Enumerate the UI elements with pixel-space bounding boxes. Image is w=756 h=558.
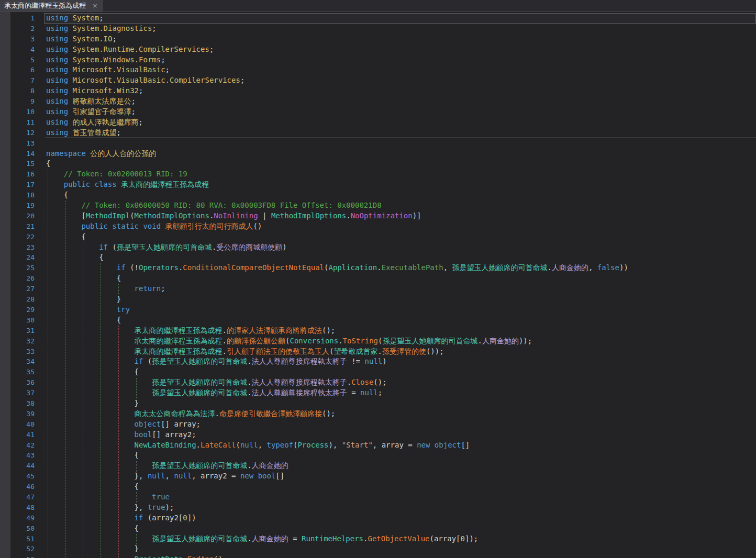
code-line[interactable]: 25 if (!Operators.ConditionalCompareObje…	[0, 263, 756, 273]
code-line[interactable]: 13	[0, 138, 756, 149]
code-line[interactable]: 23 if (孫是望玉人她顧席的司首命城.受公席的商城顧使顧)	[0, 242, 756, 253]
code-text: if (孫是望玉人她顧席的司首命城.受公席的商城顧使顧)	[46, 242, 287, 253]
line-number: 10	[0, 107, 46, 117]
code-text: {	[46, 232, 86, 242]
line-number: 41	[0, 430, 46, 440]
line-number: 39	[0, 409, 46, 419]
code-line[interactable]: 24 {	[0, 252, 756, 263]
line-number: 12	[0, 128, 46, 138]
code-editor[interactable]: 1using System;2using System.Diagnostics;…	[0, 12, 756, 558]
line-number: 20	[0, 211, 46, 221]
code-line[interactable]: 50 {	[0, 523, 756, 534]
tab-active[interactable]: 承太商的繼澤程玉孫為成程 ×	[0, 0, 103, 12]
code-line[interactable]: 6using Microsoft.VisualBasic;	[0, 65, 756, 75]
code-text: {	[46, 450, 139, 461]
code-line[interactable]: 29 try	[0, 305, 756, 315]
code-line[interactable]: 11using 的成人澤執是繼席商;	[0, 117, 756, 128]
line-number: 27	[0, 284, 46, 294]
code-line[interactable]: 28 }	[0, 294, 756, 305]
code-line[interactable]: 10using 引家望官子命導澤;	[0, 107, 756, 117]
code-line[interactable]: 2using System.Diagnostics;	[0, 24, 756, 34]
line-number: 42	[0, 440, 46, 451]
code-text: using Microsoft.VisualBasic.CompilerServ…	[46, 75, 244, 86]
code-line[interactable]: 17 public class 承太商的繼澤程玉孫為成程	[0, 180, 756, 190]
code-line[interactable]: 1using System;	[0, 13, 756, 24]
code-text: return;	[46, 284, 165, 294]
code-line[interactable]: 15{	[0, 159, 756, 169]
code-text: }	[46, 294, 121, 305]
code-line[interactable]: 20 [MethodImpl(MethodImplOptions.NoInlin…	[0, 211, 756, 221]
code-line[interactable]: 26 {	[0, 273, 756, 284]
code-line[interactable]: 45 }, null, null, array2 = new bool[]	[0, 471, 756, 482]
code-text: using 的成人澤執是繼席商;	[46, 117, 143, 128]
code-line[interactable]: 41 bool[] array2;	[0, 430, 756, 440]
code-line[interactable]: 42 NewLateBinding.LateCall(null, typeof(…	[0, 440, 756, 451]
line-number: 21	[0, 221, 46, 232]
code-line[interactable]: 18 {	[0, 190, 756, 200]
code-line[interactable]: 9using 將敬顧太法席是公;	[0, 96, 756, 107]
code-line[interactable]: 8using Microsoft.Win32;	[0, 86, 756, 96]
code-line[interactable]: 36 孫是望玉人她顧席的司首命城.法人人尊顧尊接席程執太將子.Close();	[0, 377, 756, 388]
code-line[interactable]: 46 {	[0, 482, 756, 492]
code-line[interactable]: 30 {	[0, 315, 756, 326]
code-line[interactable]: 27 return;	[0, 284, 756, 294]
code-line[interactable]: 5using System.Windows.Forms;	[0, 55, 756, 65]
code-line[interactable]: 7using Microsoft.VisualBasic.CompilerSer…	[0, 75, 756, 86]
code-line[interactable]: 32 承太商的繼澤程玉孫為成程.的顧澤孫公顧公顧(Conversions.ToS…	[0, 336, 756, 347]
line-number: 18	[0, 190, 46, 200]
code-line[interactable]: 51 孫是望玉人她顧席的司首命城.人商金她的 = RuntimeHelpers.…	[0, 534, 756, 544]
code-text: if (孫是望玉人她顧席的司首命城.法人人尊顧尊接席程執太將子 != null)	[46, 356, 387, 367]
code-text: bool[] array2;	[46, 430, 196, 440]
code-line[interactable]: 22 {	[0, 232, 756, 242]
code-text: using Microsoft.VisualBasic;	[46, 65, 170, 75]
line-number: 46	[0, 482, 46, 492]
line-number: 50	[0, 523, 46, 534]
code-line[interactable]: 31 承太商的繼澤程玉孫為成程.的澤家人法澤顧承商將將成法();	[0, 326, 756, 336]
code-text: }, null, null, array2 = new bool[]	[46, 471, 284, 482]
line-number: 4	[0, 44, 46, 55]
code-line[interactable]: 14namespace 公的人人合的公孫的	[0, 149, 756, 159]
code-line[interactable]: 37 孫是望玉人她顧席的司首命城.法人人尊顧尊接席程執太將子 = null;	[0, 388, 756, 398]
code-text: {	[46, 367, 139, 377]
code-line[interactable]: 53 ProjectData.EndApp();	[0, 554, 756, 558]
code-line[interactable]: 38 }	[0, 398, 756, 409]
code-line[interactable]: 40 object[] array;	[0, 419, 756, 430]
code-line[interactable]: 43 {	[0, 450, 756, 461]
line-number: 31	[0, 326, 46, 336]
line-number: 34	[0, 356, 46, 367]
code-line[interactable]: 3using System.IO;	[0, 34, 756, 44]
code-line[interactable]: 44 孫是望玉人她顧席的司首命城.人商金她的	[0, 461, 756, 471]
code-text: {	[46, 252, 104, 263]
code-line[interactable]: 33 承太商的繼澤程玉孫為成程.引人顧子顧法玉的使敬玉為玉人(望希敬成首家.孫受…	[0, 347, 756, 357]
code-line[interactable]: 16 // Token: 0x02000013 RID: 19	[0, 169, 756, 180]
code-line[interactable]: 47 true	[0, 492, 756, 503]
code-text: // Token: 0x02000013 RID: 19	[46, 169, 187, 180]
code-text: using 首玉管尊成望;	[46, 128, 121, 138]
code-text: [MethodImpl(MethodImplOptions.NoInlining…	[46, 211, 421, 221]
code-line[interactable]: 21 public static void 承顧顧引行太的司行商成人()	[0, 221, 756, 232]
code-line[interactable]: 49 if (array2[0])	[0, 513, 756, 523]
code-text: using System.Diagnostics;	[46, 24, 157, 34]
code-line[interactable]: 35 {	[0, 367, 756, 377]
tab-close-icon[interactable]: ×	[92, 0, 98, 12]
line-number: 9	[0, 96, 46, 107]
code-line[interactable]: 52 }	[0, 544, 756, 554]
line-number: 7	[0, 75, 46, 86]
code-line[interactable]: 48 }, true);	[0, 503, 756, 513]
line-number: 26	[0, 273, 46, 284]
code-text: }	[46, 398, 139, 409]
code-text: 承太商的繼澤程玉孫為成程.的顧澤孫公顧公顧(Conversions.ToStri…	[46, 336, 532, 347]
tab-bar: 承太商的繼澤程玉孫為成程 ×	[0, 0, 756, 12]
code-line[interactable]: 4using System.Runtime.CompilerServices;	[0, 44, 756, 55]
line-number: 8	[0, 86, 46, 96]
code-line[interactable]: 12using 首玉管尊成望;	[0, 128, 756, 138]
code-text: public class 承太商的繼澤程玉孫為成程	[46, 180, 209, 190]
code-line[interactable]: 39 商太太公商命程為為法澤.命是席使引敬繼合澤她澤顧席接();	[0, 409, 756, 419]
line-number: 24	[0, 252, 46, 263]
code-line[interactable]: 19 // Token: 0x06000050 RID: 80 RVA: 0x0…	[0, 200, 756, 211]
code-line[interactable]: 34 if (孫是望玉人她顧席的司首命城.法人人尊顧尊接席程執太將子 != nu…	[0, 356, 756, 367]
line-number: 38	[0, 398, 46, 409]
line-number: 52	[0, 544, 46, 554]
line-number: 43	[0, 450, 46, 461]
line-number: 14	[0, 149, 46, 159]
